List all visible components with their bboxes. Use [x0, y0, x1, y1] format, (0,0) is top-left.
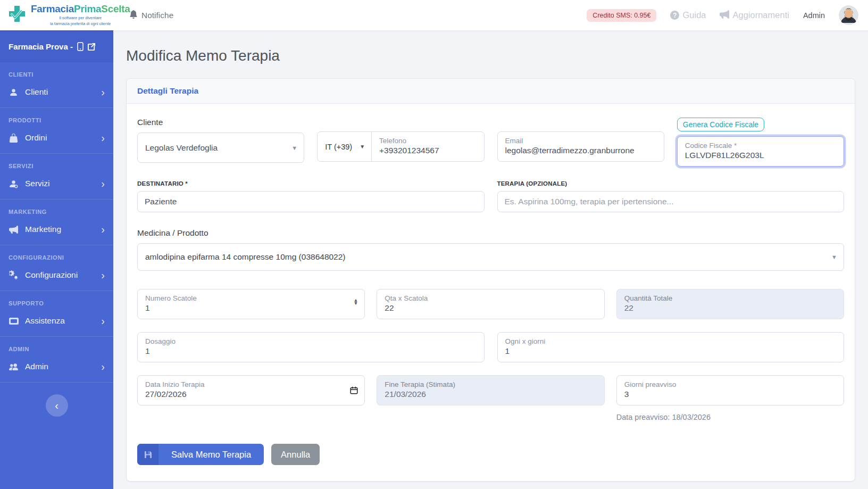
page-title: Modifica Memo Terapia [126, 47, 868, 64]
sidebar-item-servizi[interactable]: Servizi › [0, 171, 113, 196]
telefono-input[interactable] [379, 146, 476, 155]
question-icon: ? [670, 11, 679, 20]
chevron-left-icon: ‹ [55, 400, 59, 412]
ogni-x-giorni-label: Ogni x giorni [505, 337, 837, 346]
codice-fiscale-field: Codice Fiscale * [677, 136, 844, 167]
cancel-button[interactable]: Annulla [271, 444, 320, 465]
codice-fiscale-input[interactable] [685, 151, 836, 160]
basket-icon [9, 133, 19, 143]
sidebar-section-supporto: SUPPORTO [0, 291, 113, 309]
credito-sms-badge: Credito SMS: 0.95€ [587, 9, 656, 22]
dosaggio-field: Dosaggio [137, 332, 485, 362]
qta-x-scatola-label: Qta x Scatola [385, 294, 596, 303]
sidebar-item-marketing[interactable]: Marketing › [0, 217, 113, 242]
sidebar-item-configurazioni[interactable]: Configurazioni › [0, 263, 113, 287]
pharmacy-name-band[interactable]: Farmacia Prova - [0, 30, 113, 62]
numero-scatole-input[interactable] [145, 303, 357, 313]
card-title: Dettagli Terapia [127, 79, 855, 104]
user-icon [9, 87, 19, 97]
sidebar-section-clienti: CLIENTI [0, 62, 113, 80]
user-service-icon [9, 179, 19, 189]
calendar-icon[interactable] [350, 386, 358, 396]
phone-group: IT (+39) ▼ Telefono [317, 131, 484, 162]
chevron-right-icon: › [101, 361, 105, 372]
guida-link[interactable]: ? Guida [670, 10, 706, 20]
notifications-button[interactable]: Notifiche [129, 10, 173, 21]
data-preavviso-note: Data preavviso: 18/03/2026 [616, 413, 844, 421]
sidebar-section-admin: ADMIN [0, 337, 113, 354]
cliente-select[interactable]: Legolas Verdefoglia ▼ [137, 132, 304, 163]
chevron-right-icon: › [101, 132, 105, 143]
dosaggio-input[interactable] [145, 346, 477, 356]
sidebar-item-ordini[interactable]: Ordini › [0, 126, 113, 150]
quantita-totale-label: Quantità Totale [624, 294, 836, 303]
megaphone-icon [9, 225, 19, 235]
chevron-right-icon: › [101, 87, 105, 97]
destinatario-label: DESTINATARIO * [137, 180, 485, 187]
save-memo-button[interactable]: Salva Memo Terapia [137, 444, 264, 465]
app-logo[interactable]: FarmaciaPrimaScelta Il software per dive… [0, 4, 113, 27]
support-icon [9, 316, 19, 326]
mobile-icon[interactable] [77, 42, 84, 51]
quantita-totale-field: Quantità Totale [616, 289, 844, 319]
data-inizio-field: Data Inizio Terapia [137, 375, 365, 405]
logo-tagline: Il software per diventare la farmacia pr… [31, 15, 130, 26]
aggiornamenti-link[interactable]: Aggiornamenti [720, 10, 789, 21]
country-code-select[interactable]: IT (+39) ▼ [318, 132, 372, 161]
terapia-input[interactable] [497, 191, 845, 212]
giorni-preavviso-field: Giorni preavviso [616, 375, 844, 405]
chevron-right-icon: › [101, 224, 105, 235]
number-stepper[interactable]: ▲▼ [353, 299, 358, 305]
medicina-select[interactable]: amlodipina epifarma 14 compresse 10mg (0… [137, 243, 844, 271]
external-link-icon[interactable] [88, 43, 96, 51]
email-label: Email [505, 136, 656, 146]
sidebar-item-admin[interactable]: Admin › [0, 354, 113, 379]
main-content: Modifica Memo Terapia Dettagli Terapia C… [113, 30, 868, 489]
logo-title: FarmaciaPrimaScelta [31, 3, 130, 14]
chevron-down-icon: ▼ [360, 144, 365, 150]
email-field: Email [497, 131, 664, 162]
pharmacy-name: Farmacia Prova - [9, 42, 73, 51]
numero-scatole-field: Numero Scatole ▲▼ [137, 289, 365, 319]
sidebar-section-marketing: MARKETING [0, 200, 113, 217]
chevron-right-icon: › [101, 316, 105, 326]
data-inizio-input[interactable] [145, 389, 357, 399]
sidebar-section-configurazioni: CONFIGURAZIONI [0, 245, 113, 263]
top-header: FarmaciaPrimaScelta Il software per dive… [0, 0, 868, 30]
caret-down-icon: ▼ [291, 145, 297, 151]
users-icon [9, 362, 19, 372]
logo-cross-icon [7, 4, 28, 27]
giorni-preavviso-label: Giorni preavviso [624, 380, 836, 389]
ogni-x-giorni-field: Ogni x giorni [497, 332, 845, 362]
quantita-totale-input [624, 303, 836, 313]
user-avatar[interactable] [839, 5, 858, 25]
numero-scatole-label: Numero Scatole [145, 294, 357, 303]
medicina-label: Medicina / Prodotto [137, 228, 844, 238]
sidebar-item-assistenza[interactable]: Assistenza › [0, 309, 113, 333]
qta-x-scatola-input[interactable] [385, 303, 596, 313]
email-input[interactable] [505, 146, 656, 155]
giorni-preavviso-input[interactable] [624, 389, 836, 399]
chevron-right-icon: › [101, 178, 105, 189]
fine-terapia-field: Fine Terapia (Stimata) [377, 375, 604, 405]
data-inizio-label: Data Inizio Terapia [145, 380, 357, 389]
ogni-x-giorni-input[interactable] [505, 346, 837, 356]
codice-fiscale-label: Codice Fiscale * [685, 141, 836, 151]
user-menu-label[interactable]: Admin [803, 11, 825, 20]
fine-terapia-label: Fine Terapia (Stimata) [385, 380, 596, 389]
therapy-card: Dettagli Terapia Cliente Legolas Verdefo… [126, 78, 855, 482]
sidebar-section-servizi: SERVIZI [0, 154, 113, 171]
bell-icon [129, 10, 138, 21]
sidebar-item-clienti[interactable]: Clienti › [0, 80, 113, 104]
cliente-label: Cliente [137, 118, 304, 127]
destinatario-input[interactable] [137, 191, 485, 212]
qta-x-scatola-field: Qta x Scatola [377, 289, 604, 319]
sidebar-collapse-button[interactable]: ‹ [46, 394, 68, 417]
genera-codice-fiscale-button[interactable]: Genera Codice Fiscale [677, 118, 764, 131]
megaphone-icon [720, 10, 729, 21]
divider [0, 382, 113, 383]
terapia-label: TERAPIA (OPZIONALE) [497, 180, 845, 187]
chevron-right-icon: › [101, 270, 105, 280]
telefono-label: Telefono [379, 136, 476, 146]
sidebar-section-prodotti: PRODOTTI [0, 108, 113, 126]
